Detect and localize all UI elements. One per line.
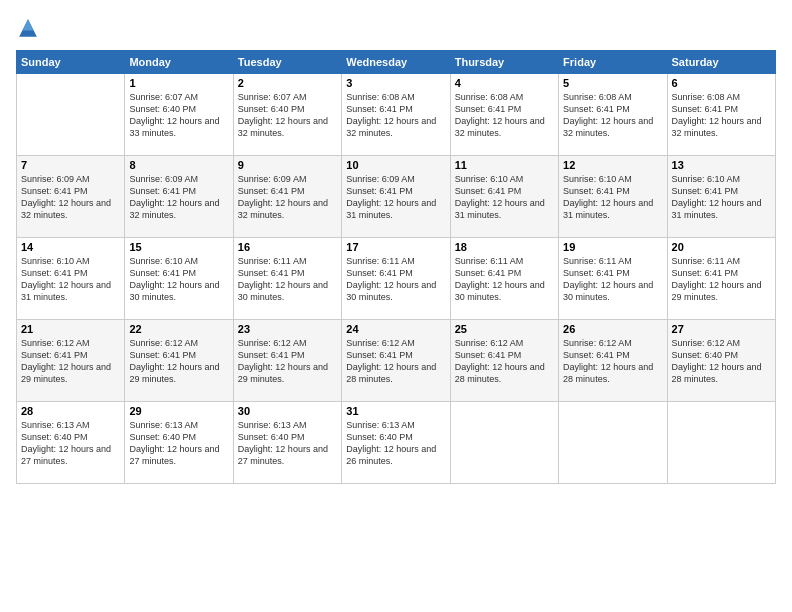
cell-info: Sunrise: 6:10 AMSunset: 6:41 PMDaylight:…	[129, 255, 228, 304]
week-row-2: 14Sunrise: 6:10 AMSunset: 6:41 PMDayligh…	[17, 238, 776, 320]
calendar-cell: 7Sunrise: 6:09 AMSunset: 6:41 PMDaylight…	[17, 156, 125, 238]
day-number: 6	[672, 77, 771, 89]
calendar-cell: 15Sunrise: 6:10 AMSunset: 6:41 PMDayligh…	[125, 238, 233, 320]
cell-info: Sunrise: 6:13 AMSunset: 6:40 PMDaylight:…	[129, 419, 228, 468]
day-number: 25	[455, 323, 554, 335]
calendar-cell: 12Sunrise: 6:10 AMSunset: 6:41 PMDayligh…	[559, 156, 667, 238]
calendar-cell: 26Sunrise: 6:12 AMSunset: 6:41 PMDayligh…	[559, 320, 667, 402]
day-number: 14	[21, 241, 120, 253]
cell-info: Sunrise: 6:12 AMSunset: 6:41 PMDaylight:…	[563, 337, 662, 386]
cell-info: Sunrise: 6:13 AMSunset: 6:40 PMDaylight:…	[238, 419, 337, 468]
day-number: 26	[563, 323, 662, 335]
calendar-cell: 29Sunrise: 6:13 AMSunset: 6:40 PMDayligh…	[125, 402, 233, 484]
calendar-cell: 14Sunrise: 6:10 AMSunset: 6:41 PMDayligh…	[17, 238, 125, 320]
cell-info: Sunrise: 6:11 AMSunset: 6:41 PMDaylight:…	[455, 255, 554, 304]
calendar-cell: 16Sunrise: 6:11 AMSunset: 6:41 PMDayligh…	[233, 238, 341, 320]
calendar-cell: 11Sunrise: 6:10 AMSunset: 6:41 PMDayligh…	[450, 156, 558, 238]
day-number: 30	[238, 405, 337, 417]
calendar-cell: 2Sunrise: 6:07 AMSunset: 6:40 PMDaylight…	[233, 74, 341, 156]
cell-info: Sunrise: 6:11 AMSunset: 6:41 PMDaylight:…	[346, 255, 445, 304]
cell-info: Sunrise: 6:09 AMSunset: 6:41 PMDaylight:…	[21, 173, 120, 222]
calendar-cell: 28Sunrise: 6:13 AMSunset: 6:40 PMDayligh…	[17, 402, 125, 484]
day-number: 13	[672, 159, 771, 171]
calendar-cell: 3Sunrise: 6:08 AMSunset: 6:41 PMDaylight…	[342, 74, 450, 156]
logo	[16, 16, 44, 40]
day-number: 4	[455, 77, 554, 89]
calendar-cell	[450, 402, 558, 484]
calendar-cell: 22Sunrise: 6:12 AMSunset: 6:41 PMDayligh…	[125, 320, 233, 402]
cell-info: Sunrise: 6:12 AMSunset: 6:41 PMDaylight:…	[346, 337, 445, 386]
day-number: 5	[563, 77, 662, 89]
day-number: 7	[21, 159, 120, 171]
week-row-3: 21Sunrise: 6:12 AMSunset: 6:41 PMDayligh…	[17, 320, 776, 402]
day-header-sunday: Sunday	[17, 51, 125, 74]
cell-info: Sunrise: 6:07 AMSunset: 6:40 PMDaylight:…	[238, 91, 337, 140]
calendar-page: SundayMondayTuesdayWednesdayThursdayFrid…	[0, 0, 792, 612]
day-number: 10	[346, 159, 445, 171]
cell-info: Sunrise: 6:10 AMSunset: 6:41 PMDaylight:…	[672, 173, 771, 222]
day-number: 31	[346, 405, 445, 417]
calendar-cell: 10Sunrise: 6:09 AMSunset: 6:41 PMDayligh…	[342, 156, 450, 238]
cell-info: Sunrise: 6:09 AMSunset: 6:41 PMDaylight:…	[129, 173, 228, 222]
cell-info: Sunrise: 6:13 AMSunset: 6:40 PMDaylight:…	[21, 419, 120, 468]
cell-info: Sunrise: 6:10 AMSunset: 6:41 PMDaylight:…	[21, 255, 120, 304]
week-row-4: 28Sunrise: 6:13 AMSunset: 6:40 PMDayligh…	[17, 402, 776, 484]
calendar-table: SundayMondayTuesdayWednesdayThursdayFrid…	[16, 50, 776, 484]
cell-info: Sunrise: 6:13 AMSunset: 6:40 PMDaylight:…	[346, 419, 445, 468]
calendar-cell: 9Sunrise: 6:09 AMSunset: 6:41 PMDaylight…	[233, 156, 341, 238]
calendar-cell: 1Sunrise: 6:07 AMSunset: 6:40 PMDaylight…	[125, 74, 233, 156]
day-header-monday: Monday	[125, 51, 233, 74]
logo-icon	[16, 16, 40, 40]
calendar-cell: 17Sunrise: 6:11 AMSunset: 6:41 PMDayligh…	[342, 238, 450, 320]
cell-info: Sunrise: 6:08 AMSunset: 6:41 PMDaylight:…	[563, 91, 662, 140]
day-number: 3	[346, 77, 445, 89]
calendar-cell: 23Sunrise: 6:12 AMSunset: 6:41 PMDayligh…	[233, 320, 341, 402]
calendar-cell: 19Sunrise: 6:11 AMSunset: 6:41 PMDayligh…	[559, 238, 667, 320]
calendar-cell	[17, 74, 125, 156]
calendar-cell: 4Sunrise: 6:08 AMSunset: 6:41 PMDaylight…	[450, 74, 558, 156]
cell-info: Sunrise: 6:10 AMSunset: 6:41 PMDaylight:…	[563, 173, 662, 222]
cell-info: Sunrise: 6:12 AMSunset: 6:41 PMDaylight:…	[21, 337, 120, 386]
cell-info: Sunrise: 6:10 AMSunset: 6:41 PMDaylight:…	[455, 173, 554, 222]
day-header-thursday: Thursday	[450, 51, 558, 74]
cell-info: Sunrise: 6:12 AMSunset: 6:40 PMDaylight:…	[672, 337, 771, 386]
cell-info: Sunrise: 6:08 AMSunset: 6:41 PMDaylight:…	[346, 91, 445, 140]
day-number: 15	[129, 241, 228, 253]
day-number: 22	[129, 323, 228, 335]
day-number: 24	[346, 323, 445, 335]
calendar-cell: 24Sunrise: 6:12 AMSunset: 6:41 PMDayligh…	[342, 320, 450, 402]
cell-info: Sunrise: 6:11 AMSunset: 6:41 PMDaylight:…	[563, 255, 662, 304]
cell-info: Sunrise: 6:12 AMSunset: 6:41 PMDaylight:…	[455, 337, 554, 386]
calendar-cell: 25Sunrise: 6:12 AMSunset: 6:41 PMDayligh…	[450, 320, 558, 402]
cell-info: Sunrise: 6:12 AMSunset: 6:41 PMDaylight:…	[238, 337, 337, 386]
calendar-cell	[667, 402, 775, 484]
day-header-wednesday: Wednesday	[342, 51, 450, 74]
calendar-cell: 31Sunrise: 6:13 AMSunset: 6:40 PMDayligh…	[342, 402, 450, 484]
header	[16, 16, 776, 40]
calendar-cell: 6Sunrise: 6:08 AMSunset: 6:41 PMDaylight…	[667, 74, 775, 156]
day-header-saturday: Saturday	[667, 51, 775, 74]
calendar-cell: 20Sunrise: 6:11 AMSunset: 6:41 PMDayligh…	[667, 238, 775, 320]
svg-marker-1	[22, 19, 33, 30]
day-number: 9	[238, 159, 337, 171]
day-number: 20	[672, 241, 771, 253]
cell-info: Sunrise: 6:11 AMSunset: 6:41 PMDaylight:…	[238, 255, 337, 304]
cell-info: Sunrise: 6:08 AMSunset: 6:41 PMDaylight:…	[672, 91, 771, 140]
calendar-cell: 27Sunrise: 6:12 AMSunset: 6:40 PMDayligh…	[667, 320, 775, 402]
day-number: 23	[238, 323, 337, 335]
header-row: SundayMondayTuesdayWednesdayThursdayFrid…	[17, 51, 776, 74]
day-number: 29	[129, 405, 228, 417]
cell-info: Sunrise: 6:09 AMSunset: 6:41 PMDaylight:…	[346, 173, 445, 222]
day-number: 11	[455, 159, 554, 171]
calendar-cell: 30Sunrise: 6:13 AMSunset: 6:40 PMDayligh…	[233, 402, 341, 484]
day-number: 2	[238, 77, 337, 89]
calendar-cell: 8Sunrise: 6:09 AMSunset: 6:41 PMDaylight…	[125, 156, 233, 238]
day-header-friday: Friday	[559, 51, 667, 74]
day-number: 21	[21, 323, 120, 335]
cell-info: Sunrise: 6:08 AMSunset: 6:41 PMDaylight:…	[455, 91, 554, 140]
day-header-tuesday: Tuesday	[233, 51, 341, 74]
cell-info: Sunrise: 6:07 AMSunset: 6:40 PMDaylight:…	[129, 91, 228, 140]
day-number: 16	[238, 241, 337, 253]
cell-info: Sunrise: 6:11 AMSunset: 6:41 PMDaylight:…	[672, 255, 771, 304]
day-number: 1	[129, 77, 228, 89]
